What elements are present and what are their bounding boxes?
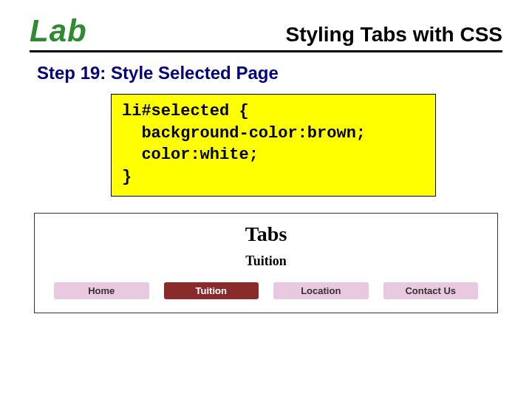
code-block: li#selected { background-color:brown; co…	[111, 94, 436, 197]
preview-heading: Tabs	[51, 222, 481, 246]
lab-label: Lab	[30, 13, 87, 49]
tab-home[interactable]: Home	[54, 282, 149, 299]
slide-header: Lab Styling Tabs with CSS	[30, 13, 502, 52]
tabs-row: Home Tuition Location Contact Us	[51, 282, 481, 299]
preview-subheading: Tuition	[51, 253, 481, 269]
tab-tuition[interactable]: Tuition	[164, 282, 259, 299]
page-title: Styling Tabs with CSS	[285, 23, 502, 47]
step-heading: Step 19: Style Selected Page	[37, 63, 502, 83]
tab-contact-us[interactable]: Contact Us	[383, 282, 479, 299]
preview-box: Tabs Tuition Home Tuition Location Conta…	[34, 213, 498, 313]
tab-location[interactable]: Location	[273, 282, 369, 299]
